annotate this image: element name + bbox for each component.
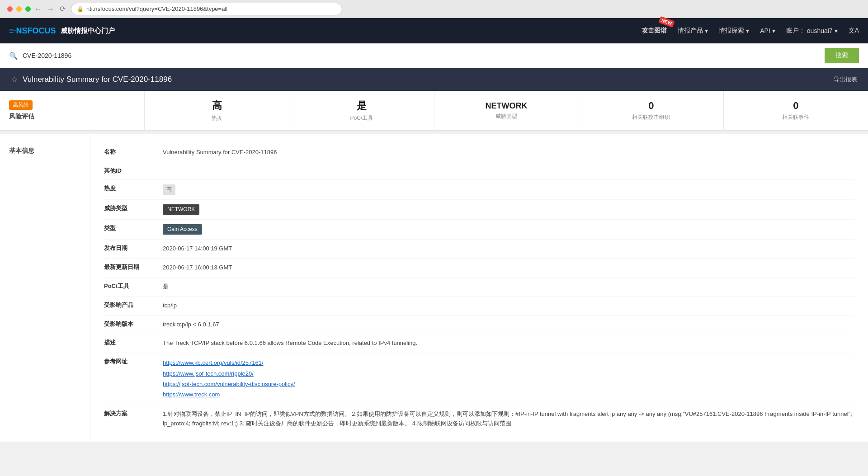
info-row: 其他ID [104, 162, 854, 180]
page-title: Vulnerability Summary for CVE-2020-11896 [23, 75, 172, 84]
info-table: 名称Vulnerability Summary for CVE-2020-118… [90, 134, 868, 442]
forward-button[interactable]: → [47, 5, 54, 13]
stat-risk: 高风险 风险评估 [0, 91, 145, 130]
brand-logo: ≡·NSFOCUS [9, 26, 56, 36]
chrome-close-btn[interactable] [7, 6, 13, 12]
info-key: 热度 [104, 184, 163, 193]
info-key: PoC/工具 [104, 282, 163, 290]
navbar: ≡·NSFOCUS 威胁情报中心门户 攻击图谱 NEW 情报产品 ▾ 情报探索 … [0, 18, 868, 43]
info-row: 威胁类型NETWORK [104, 200, 854, 220]
related-event-value: 0 [793, 100, 798, 112]
info-key: 解决方案 [104, 410, 163, 418]
reference-link[interactable]: https://jsof-tech.com/vulnerability-disc… [163, 379, 854, 389]
star-icon[interactable]: ☆ [11, 75, 18, 85]
info-val: https://www.kb.cert.org/vuls/id/257161/h… [163, 358, 854, 400]
back-button[interactable]: ← [34, 5, 42, 13]
reference-link[interactable]: https://www.treck.com [163, 389, 854, 400]
info-key: 发布日期 [104, 244, 163, 252]
info-val: 是 [163, 282, 854, 292]
account-prefix: 账户： [786, 27, 805, 35]
threat-value: NETWORK [486, 101, 528, 111]
brand-text: 威胁情报中心门户 [61, 27, 115, 35]
info-key: 受影响版本 [104, 320, 163, 328]
stat-attack-org: 0 相关联攻击组织 [579, 91, 724, 130]
brand: ≡·NSFOCUS 威胁情报中心门户 [9, 26, 115, 36]
info-val: treck tcp/ip < 6.0.1.67 [163, 320, 854, 330]
chrome-maximize-btn[interactable] [25, 6, 31, 12]
reference-link[interactable]: https://www.kb.cert.org/vuls/id/257161/ [163, 358, 854, 368]
info-val: NETWORK [163, 204, 854, 215]
info-row: 类型Gain Access [104, 220, 854, 240]
lock-icon: 🔒 [77, 6, 84, 12]
related-event-label: 相关联事件 [782, 113, 809, 121]
info-row: 最新更新日期2020-06-17 16:00:13 GMT [104, 259, 854, 278]
info-row: 热度高 [104, 180, 854, 200]
risk-badge: 高风险 [9, 100, 33, 110]
info-val: 2020-06-17 14:00:19 GMT [163, 244, 854, 254]
basic-info-label: 基本信息 [0, 134, 90, 442]
nav-api[interactable]: API ▾ [760, 27, 775, 34]
risk-label: 风险评估 [9, 113, 34, 121]
info-row: 解决方案1.针对物联网设备，禁止IP_IN_IP的访问，即类似VPN方式的数据访… [104, 405, 854, 433]
stat-related-event: 0 相关联事件 [724, 91, 868, 130]
account-name: oushuai7 [807, 27, 833, 34]
info-val: Vulnerability Summary for CVE-2020-11896 [163, 148, 854, 157]
nav-attack[interactable]: 攻击图谱 NEW [642, 27, 667, 35]
browser-chrome: ← → ⟳ 🔒 nti.nsfocus.com/vul?query=CVE-20… [0, 0, 868, 18]
info-key: 威胁类型 [104, 204, 163, 212]
info-row: PoC/工具是 [104, 278, 854, 297]
stat-poc: 是 PoC/工具 [289, 91, 434, 130]
threat-label: 威胁类型 [495, 113, 517, 120]
info-val: tcp/ip [163, 301, 854, 311]
search-icon: 🔍 [9, 52, 18, 60]
info-val: Gain Access [163, 224, 854, 235]
info-row: 受影响产品tcp/ip [104, 297, 854, 316]
nav-intel-product[interactable]: 情报产品 ▾ [678, 27, 708, 35]
heat-value: 高 [212, 99, 222, 113]
info-key: 最新更新日期 [104, 263, 163, 271]
chrome-minimize-btn[interactable] [16, 6, 22, 12]
info-key: 类型 [104, 224, 163, 232]
info-val: 2020-06-17 16:00:13 GMT [163, 263, 854, 273]
reference-link[interactable]: https://www.jsof-tech.com/ripple20/ [163, 368, 854, 379]
stat-threat: NETWORK 威胁类型 [434, 91, 579, 130]
url-bar[interactable]: 🔒 nti.nsfocus.com/vul?query=CVE-2020-118… [71, 3, 342, 15]
attack-org-label: 相关联攻击组织 [632, 113, 670, 121]
info-val: The Treck TCP/IP stack before 6.0.1.66 a… [163, 339, 854, 348]
search-button[interactable]: 搜索 [825, 48, 859, 63]
page-title-wrap: ☆ Vulnerability Summary for CVE-2020-118… [11, 75, 172, 85]
badge-gain-access: Gain Access [163, 224, 202, 235]
info-row: 描述The Treck TCP/IP stack before 6.0.1.66… [104, 334, 854, 353]
info-key: 其他ID [104, 167, 163, 175]
badge-network: NETWORK [163, 204, 199, 215]
new-badge: NEW [658, 16, 675, 28]
search-input[interactable] [23, 52, 820, 59]
info-key: 参考网址 [104, 358, 163, 366]
refresh-button[interactable]: ⟳ [60, 5, 66, 13]
export-button[interactable]: 导出报表 [834, 75, 857, 84]
info-row: 发布日期2020-06-17 14:00:19 GMT [104, 240, 854, 259]
nav-lang[interactable]: 文A [849, 27, 859, 35]
info-key: 受影响产品 [104, 301, 163, 309]
info-row: 受影响版本treck tcp/ip < 6.0.1.67 [104, 316, 854, 335]
search-bar: 🔍 搜索 [0, 43, 868, 68]
stats-row: 高风险 风险评估 高 热度 是 PoC/工具 NETWORK 威胁类型 0 相关… [0, 91, 868, 131]
poc-label: PoC/工具 [350, 114, 373, 122]
badge-high: 高 [163, 184, 175, 195]
page-header: ☆ Vulnerability Summary for CVE-2020-118… [0, 68, 868, 91]
heat-label: 热度 [212, 114, 222, 122]
info-key: 名称 [104, 148, 163, 156]
info-row: 名称Vulnerability Summary for CVE-2020-118… [104, 143, 854, 162]
info-key: 描述 [104, 339, 163, 347]
main-content: 基本信息 名称Vulnerability Summary for CVE-202… [0, 134, 868, 442]
info-val: 1.针对物联网设备，禁止IP_IN_IP的访问，即类似VPN方式的数据访问。 2… [163, 410, 854, 429]
nav-intel-explore[interactable]: 情报探索 ▾ [719, 27, 749, 35]
info-row: 参考网址https://www.kb.cert.org/vuls/id/2571… [104, 353, 854, 405]
info-val: 高 [163, 184, 854, 195]
nav-attack-label: 攻击图谱 [642, 27, 667, 35]
navbar-right: 攻击图谱 NEW 情报产品 ▾ 情报探索 ▾ API ▾ 账户： oushuai… [642, 27, 859, 35]
nav-account[interactable]: 账户： oushuai7 ▾ [786, 27, 838, 35]
stat-heat: 高 热度 [145, 91, 289, 130]
poc-value: 是 [357, 99, 367, 113]
attack-org-value: 0 [648, 100, 654, 112]
